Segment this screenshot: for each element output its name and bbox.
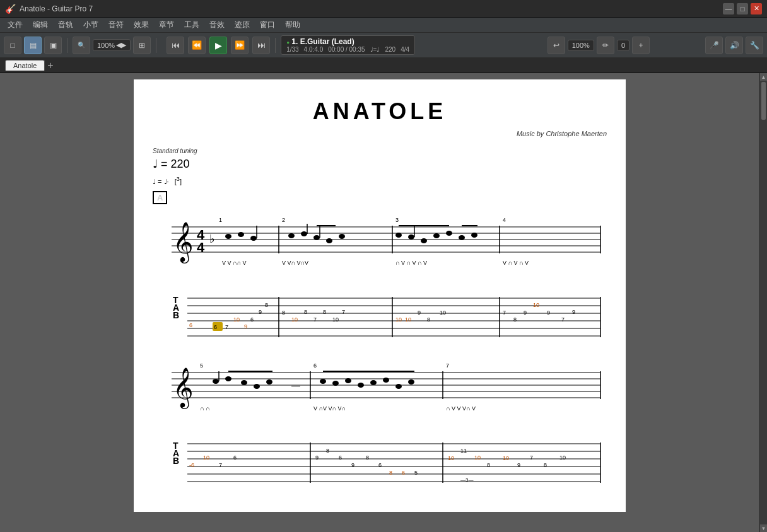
svg-text:7: 7 — [530, 454, 533, 461]
svg-point-107 — [358, 383, 364, 388]
svg-text:7: 7 — [446, 362, 449, 369]
zoom-arrows: ◀▶ — [116, 41, 126, 49]
svg-text:8: 8 — [487, 462, 490, 468]
svg-point-30 — [446, 231, 452, 236]
settings-btn[interactable]: 🔧 — [746, 37, 763, 54]
svg-text:6: 6 — [189, 322, 192, 328]
view-tab-btn[interactable]: ▣ — [44, 37, 62, 54]
maximize-button[interactable]: □ — [737, 3, 748, 14]
svg-text:11: 11 — [460, 448, 467, 454]
svg-text:10: 10 — [395, 316, 402, 323]
undo-btn[interactable]: ↩ — [547, 37, 565, 54]
svg-point-105 — [332, 381, 339, 386]
score-paper: ANATOLE Music by Christophe Maerten Stan… — [134, 79, 626, 512]
plus-btn[interactable]: + — [632, 37, 650, 54]
section-a-marker: A — [153, 191, 167, 204]
velocity-display: 100% — [568, 40, 594, 51]
title-text: Anatole - Guitar Pro 7 — [20, 4, 93, 13]
svg-text:∩  V V   V∩ V: ∩ V V V∩ V — [446, 405, 476, 412]
svg-text:B: B — [173, 310, 179, 320]
svg-text:9: 9 — [517, 462, 520, 468]
svg-text:6: 6 — [313, 362, 317, 369]
window-controls: — □ ✕ — [723, 3, 762, 14]
svg-point-23 — [339, 234, 345, 239]
menu-help[interactable]: 帮助 — [280, 18, 305, 32]
svg-text:♭: ♭ — [209, 233, 214, 245]
menu-note[interactable]: 音符 — [103, 18, 129, 32]
pencil-btn[interactable]: ✏ — [597, 37, 614, 54]
close-button[interactable]: ✕ — [751, 3, 762, 14]
svg-point-25 — [395, 233, 402, 238]
track-beat: 4.0:4.0 — [304, 46, 324, 53]
view-score-btn[interactable]: ▤ — [24, 37, 42, 54]
microphone-btn[interactable]: 🎤 — [705, 37, 723, 54]
svg-point-109 — [383, 378, 389, 383]
title-bar: 🎸 Anatole - Guitar Pro 7 — □ ✕ — [0, 0, 767, 18]
menu-measure[interactable]: 小节 — [78, 18, 103, 32]
menu-chapter[interactable]: 章节 — [154, 18, 179, 32]
menu-track[interactable]: 音轨 — [53, 18, 78, 32]
svg-text:10: 10 — [503, 455, 509, 461]
svg-point-33 — [471, 233, 477, 238]
speaker-btn[interactable]: 🔊 — [725, 37, 743, 54]
add-tab-button[interactable]: + — [47, 60, 53, 71]
svg-text:5: 5 — [200, 362, 203, 369]
zoom-out-btn[interactable]: 🔍 — [73, 37, 90, 54]
svg-point-97 — [213, 379, 219, 384]
menu-view[interactable]: 迹原 — [230, 18, 255, 32]
svg-text:7: 7 — [561, 316, 565, 323]
track-time: 00:00 / 00:35 — [328, 46, 365, 53]
minimize-button[interactable]: — — [723, 3, 734, 14]
menu-audio[interactable]: 音效 — [204, 18, 230, 32]
svg-point-20 — [313, 235, 320, 240]
transport-forward[interactable]: ⏩ — [231, 37, 249, 54]
transport-play[interactable]: ▶ — [209, 37, 227, 54]
menu-edit[interactable]: 编辑 — [28, 18, 53, 32]
zoom-value: 100% — [97, 42, 115, 49]
svg-text:7: 7 — [503, 309, 506, 316]
score-tempo: ♩ = 220 — [153, 157, 607, 171]
svg-text:2: 2 — [282, 217, 285, 223]
score-area[interactable]: ANATOLE Music by Christophe Maerten Stan… — [0, 73, 759, 532]
svg-text:7: 7 — [313, 316, 317, 323]
grid-btn[interactable]: ⊞ — [133, 37, 151, 54]
svg-text:6: 6 — [402, 470, 405, 476]
scroll-up-btn[interactable]: ▲ — [760, 73, 767, 81]
scroll-thumb[interactable] — [761, 82, 766, 120]
track-info-panel: ● 1. E.Guitar (Lead) 1/33 4.0:4.0 00:00 … — [281, 35, 415, 55]
staff-system-2: 𝄞 5 6 7 — [153, 354, 607, 487]
score-tuning: Standard tuning — [153, 147, 607, 154]
view-page-btn[interactable]: □ — [4, 37, 21, 54]
svg-point-28 — [421, 238, 427, 243]
menu-tools[interactable]: 工具 — [179, 18, 204, 32]
tab-anatole[interactable]: Anatole — [5, 60, 45, 71]
svg-text:9: 9 — [524, 309, 527, 316]
menu-effect[interactable]: 效果 — [129, 18, 154, 32]
svg-text:8: 8 — [265, 302, 268, 308]
svg-text:6: 6 — [378, 462, 382, 468]
scroll-down-btn[interactable]: ▼ — [760, 524, 767, 532]
score-composer: Music by Christophe Maerten — [153, 130, 607, 137]
svg-text:4: 4 — [503, 217, 506, 223]
svg-point-101 — [254, 384, 260, 389]
transport-end[interactable]: ⏭ — [252, 37, 270, 54]
svg-text:7: 7 — [225, 324, 228, 330]
transport-beginning[interactable]: ⏮ — [167, 37, 184, 54]
svg-text:𝄞: 𝄞 — [173, 222, 194, 263]
svg-text:9: 9 — [315, 454, 319, 461]
svg-text:6: 6 — [214, 324, 217, 330]
transport-rewind[interactable]: ⏪ — [188, 37, 206, 54]
svg-text:8: 8 — [326, 448, 329, 454]
vertical-scrollbar[interactable]: ▲ ▼ — [759, 73, 767, 532]
svg-text:10: 10 — [405, 316, 411, 323]
menu-window[interactable]: 窗口 — [255, 18, 280, 32]
tab-label: Anatole — [13, 62, 37, 69]
sep3 — [275, 38, 276, 53]
menu-file[interactable]: 文件 — [3, 18, 28, 32]
svg-point-29 — [433, 233, 440, 238]
svg-text:8: 8 — [427, 316, 430, 323]
svg-text:6: 6 — [339, 454, 342, 461]
svg-text:9: 9 — [418, 309, 421, 316]
svg-text:10: 10 — [440, 309, 446, 316]
svg-text:5: 5 — [414, 470, 418, 476]
